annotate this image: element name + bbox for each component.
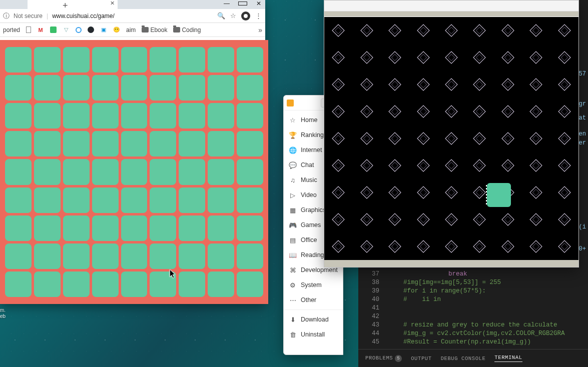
game-cell[interactable] [121,75,148,100]
game-cell[interactable] [208,188,234,213]
code-line[interactable]: 38 #img[img==img[5,53]] = 255 [358,278,588,287]
game-cell[interactable] [208,272,234,297]
panel-tab-terminal[interactable]: TERMINAL [494,354,522,362]
game-cell[interactable] [63,216,90,241]
game-cell[interactable] [5,244,32,269]
game-cell[interactable] [92,216,119,241]
game-cell[interactable] [237,75,263,100]
bookmark-item[interactable]: ported [3,26,20,34]
game-cell[interactable] [92,272,119,297]
zoom-icon[interactable]: 🔍 [217,12,225,20]
game-cell[interactable] [5,188,32,213]
game-cell[interactable] [150,75,176,100]
bookmark-item[interactable]: aim [126,26,136,34]
panel-tab-debug-console[interactable]: DEBUG CONSOLE [441,356,486,362]
code-line[interactable]: 44 #img_g = cv2.cvtColor(img,cv2.COLOR_R… [358,330,588,338]
game-cell[interactable] [208,103,234,128]
code-line[interactable]: 39 #for i in range(57*5): [358,287,588,296]
address-bar[interactable]: ⓘ Not secure | www.cuishuai.cc/game/ 🔍 ☆… [0,9,265,23]
code-line[interactable]: 43 # resize and grey to reduce the calcu… [358,321,588,330]
profile-avatar-icon[interactable] [241,12,250,20]
game-cell[interactable] [237,103,263,128]
tab-close-icon[interactable]: ✕ [110,0,115,6]
opencv-preview-window[interactable] [324,0,579,268]
url-text[interactable]: www.cuishuai.cc/game/ [52,12,115,20]
game-cell[interactable] [34,47,61,72]
chrome-window[interactable]: ✕ + — ✕ ⓘ Not secure | www.cuishuai.cc/g… [0,0,265,304]
bookmark-item[interactable]: Ebook [142,26,167,34]
game-cell[interactable] [150,216,176,241]
game-cell[interactable] [179,188,205,213]
game-cell[interactable] [237,216,263,241]
bookmark-item[interactable]: M [37,26,44,34]
panel-tab-output[interactable]: OUTPUT [411,356,431,362]
game-cell[interactable] [121,244,148,269]
game-cell[interactable] [5,131,32,156]
bookmark-star-icon[interactable]: ☆ [229,12,237,20]
game-cell[interactable] [121,103,148,128]
game-cell[interactable] [150,272,176,297]
game-cell[interactable] [92,103,119,128]
sidebar-item-system[interactable]: ⚙System [284,278,343,292]
close-button[interactable]: ✕ [254,0,263,7]
code-line[interactable]: 40 # ii in [358,296,588,304]
game-cell[interactable] [5,47,32,72]
game-cell[interactable] [34,272,61,297]
game-cell[interactable] [92,188,119,213]
game-cell[interactable] [34,188,61,213]
game-cell[interactable] [5,159,32,184]
game-cell[interactable] [208,131,234,156]
game-cell[interactable] [34,216,61,241]
game-cell[interactable] [63,103,90,128]
bookmark-item[interactable]: Coding [173,26,201,34]
game-cell[interactable] [5,272,32,297]
game-cell[interactable] [63,244,90,269]
tab-strip[interactable]: ✕ + — ✕ [0,0,265,9]
menu-icon[interactable]: ⋮ [254,12,262,20]
game-cell[interactable] [237,47,263,72]
code-line[interactable]: 45 #Result = Counter(np.ravel(img_g)) [358,338,588,346]
game-cell[interactable] [92,75,119,100]
game-cell[interactable] [121,159,148,184]
game-cell[interactable] [92,159,119,184]
game-cell[interactable] [179,75,205,100]
game-cell[interactable] [237,244,263,269]
game-cell[interactable] [237,272,263,297]
game-cell[interactable] [208,47,234,72]
sidebar-item-download[interactable]: ⬇Download [284,312,343,327]
game-cell[interactable] [179,131,205,156]
game-cell[interactable] [179,47,205,72]
game-cell[interactable] [63,159,90,184]
bookmark-item[interactable] [88,26,94,33]
game-cell[interactable] [121,131,148,156]
bookmarks-overflow-icon[interactable]: » [258,26,262,34]
game-cell[interactable] [208,75,234,100]
code-line[interactable]: 42 [358,312,588,321]
game-cell[interactable] [150,103,176,128]
game-cell[interactable] [150,244,176,269]
game-cell[interactable] [179,272,205,297]
code-line[interactable]: 41 [358,304,588,312]
new-tab-button[interactable]: + [63,0,68,11]
game-cell[interactable] [92,131,119,156]
sidebar-item-uninstall[interactable]: 🗑Uninstall [284,327,343,342]
game-cell[interactable] [179,159,205,184]
game-cell[interactable] [179,216,205,241]
game-cell[interactable] [5,103,32,128]
game-cell[interactable] [150,47,176,72]
game-cell[interactable] [34,75,61,100]
maximize-button[interactable] [238,0,247,7]
bookmark-item[interactable] [26,26,31,33]
game-cell[interactable] [121,188,148,213]
bookmarks-bar[interactable]: portedM▽▣😶aimEbookCoding» [0,23,265,37]
game-cell[interactable] [208,159,234,184]
game-cell[interactable] [179,103,205,128]
game-cell[interactable] [34,159,61,184]
browser-tab[interactable]: ✕ [28,0,118,9]
game-cell[interactable] [179,244,205,269]
game-cell[interactable] [34,244,61,269]
game-cell[interactable] [5,216,32,241]
minimize-button[interactable]: — [222,0,231,7]
game-cell[interactable] [63,47,90,72]
game-cell[interactable] [208,216,234,241]
